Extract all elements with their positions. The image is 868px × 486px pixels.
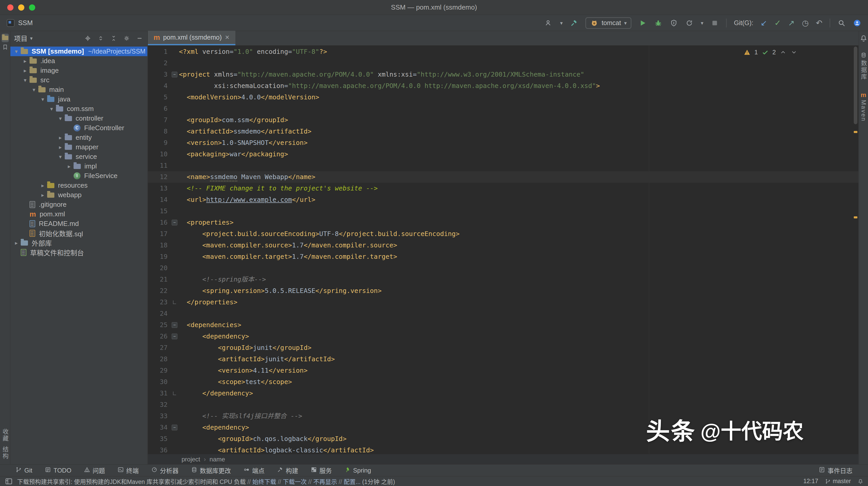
notifications-bell-icon[interactable] — [860, 34, 868, 42]
tree-item-com.ssm[interactable]: ▾com.ssm — [10, 104, 147, 114]
line-number[interactable]: 6 — [148, 103, 170, 115]
tab-close-icon[interactable]: ✕ — [225, 34, 229, 41]
toolwindow-button-git[interactable]: Git — [16, 466, 32, 474]
code-text[interactable]: </properties> — [179, 297, 238, 308]
code-text[interactable]: <artifactId>ssmdemo</artifactId> — [179, 126, 312, 137]
line-number[interactable]: 1 — [148, 46, 170, 58]
toolwindow-button-problems[interactable]: 问题 — [84, 466, 105, 475]
build-hammer-icon[interactable] — [570, 19, 578, 27]
coverage-button[interactable] — [670, 19, 678, 27]
code-line-27[interactable]: 27 <groupId>junit</groupId> — [148, 342, 859, 354]
code-line-21[interactable]: 21 <!--spring版本--> — [148, 274, 859, 285]
code-text[interactable]: <project.build.sourceEncoding>UTF-8</pro… — [179, 228, 460, 240]
fold-marker[interactable]: − — [170, 333, 179, 339]
code-line-6[interactable]: 6 — [148, 103, 859, 115]
line-number[interactable]: 27 — [148, 342, 170, 354]
stripe-maven-button[interactable]: m Maven — [860, 90, 867, 124]
code-line-12[interactable]: 12 <name>ssmdemo Maven Webapp</name> — [148, 171, 859, 183]
tree-item-pom.xml[interactable]: mpom.xml — [10, 209, 147, 219]
tree-item-FileService[interactable]: IFileService — [10, 171, 147, 181]
tree-item-SSM-ssmdemo[interactable]: ▾SSM [ssmdemo]~/IdeaProjects/SSM — [10, 46, 147, 56]
line-number[interactable]: 4 — [148, 80, 170, 92]
collapse-all-icon[interactable] — [110, 34, 118, 42]
tree-item-service[interactable]: ▾service — [10, 152, 147, 161]
status-action-link[interactable]: 下载一次 — [283, 479, 307, 485]
tree-item-main[interactable]: ▾main — [10, 85, 147, 94]
code-text[interactable]: <scope>test</scope> — [179, 376, 292, 388]
line-number[interactable]: 5 — [148, 92, 170, 103]
run-button[interactable] — [639, 19, 647, 27]
code-text[interactable]: <spring.version>5.0.5.RELEASE</spring.ve… — [179, 285, 382, 297]
code-line-10[interactable]: 10 <packaging>war</packaging> — [148, 149, 859, 160]
code-line-17[interactable]: 17 <project.build.sourceEncoding>UTF-8</… — [148, 228, 859, 240]
tree-item-row-20[interactable]: ▸外部库 — [10, 238, 147, 248]
toolwindow-button-profiler[interactable]: 分析器 — [151, 466, 179, 475]
stripe-favorites-button[interactable]: 收藏 — [0, 426, 10, 444]
line-number[interactable]: 26 — [148, 331, 170, 342]
code-line-28[interactable]: 28 <artifactId>junit</artifactId> — [148, 354, 859, 365]
code-editor[interactable]: 1<?xml version="1.0" encoding="UTF-8"?>2… — [148, 45, 859, 454]
tree-item-.idea[interactable]: ▸.idea — [10, 56, 147, 66]
code-line-14[interactable]: 14 <url>http://www.example.com</url> — [148, 194, 859, 205]
toolwindow-button-event-log[interactable]: 事件日志 — [819, 466, 852, 475]
code-text[interactable]: <groupId>ch.qos.logback</groupId> — [179, 433, 346, 445]
line-number[interactable]: 10 — [148, 149, 170, 160]
chevron-down-icon[interactable]: ▾ — [30, 87, 38, 93]
fold-marker[interactable] — [170, 392, 179, 395]
code-text[interactable]: <dependency> — [179, 331, 249, 342]
toolwindow-button-terminal[interactable]: 终端 — [118, 466, 139, 475]
hide-panel-icon[interactable] — [135, 34, 144, 42]
code-line-13[interactable]: 13 <!-- FIXME change it to the project's… — [148, 183, 859, 194]
code-line-20[interactable]: 20 — [148, 262, 859, 274]
tree-item-.sql[interactable]: 初始化数据.sql — [10, 228, 147, 238]
tree-item-.gitignore[interactable]: .gitignore — [10, 200, 147, 209]
fold-marker[interactable] — [170, 300, 179, 304]
line-number[interactable]: 9 — [148, 137, 170, 149]
code-text[interactable]: </dependency> — [179, 388, 253, 399]
code-line-34[interactable]: 34− <dependency> — [148, 422, 859, 433]
stripe-database-button[interactable]: 数据库 — [859, 50, 868, 82]
zoom-window-button[interactable] — [29, 4, 35, 11]
code-line-30[interactable]: 30 <scope>test</scope> — [148, 376, 859, 388]
code-line-15[interactable]: 15 — [148, 205, 859, 217]
tree-item-webapp[interactable]: ▸webapp — [10, 190, 147, 200]
line-number[interactable]: 20 — [148, 262, 170, 274]
code-line-18[interactable]: 18 <maven.compiler.source>1.7</maven.com… — [148, 240, 859, 251]
line-number[interactable]: 36 — [148, 445, 170, 454]
git-history-icon[interactable]: ◷ — [802, 19, 809, 27]
code-line-26[interactable]: 26− <dependency> — [148, 331, 859, 342]
line-number[interactable]: 30 — [148, 376, 170, 388]
chevron-right-icon[interactable]: ▸ — [21, 68, 29, 74]
breadcrumb-project[interactable]: project — [182, 456, 200, 463]
line-number[interactable]: 22 — [148, 285, 170, 297]
tree-item-README.md[interactable]: README.md — [10, 219, 147, 228]
code-text[interactable]: <?xml version="1.0" encoding="UTF-8"?> — [179, 46, 327, 58]
tree-item-java[interactable]: ▾java — [10, 94, 147, 104]
code-line-5[interactable]: 5 <modelVersion>4.0.0</modelVersion> — [148, 92, 859, 103]
line-number[interactable]: 2 — [148, 58, 170, 69]
code-text[interactable]: xsi:schemaLocation="http://maven.apache.… — [179, 80, 600, 92]
line-number[interactable]: 21 — [148, 274, 170, 285]
line-number[interactable]: 17 — [148, 228, 170, 240]
code-text[interactable]: <version>4.11</version> — [179, 365, 308, 376]
code-text[interactable]: <version>1.0-SNAPSHOT</version> — [179, 137, 308, 149]
chevron-down-icon[interactable]: ▾ — [12, 48, 20, 55]
tree-item-image[interactable]: ▸image — [10, 66, 147, 75]
debug-button[interactable] — [654, 19, 662, 27]
search-everywhere-icon[interactable] — [837, 19, 846, 27]
git-branch-widget[interactable]: master — [825, 478, 851, 485]
line-number[interactable]: 19 — [148, 251, 170, 262]
git-update-icon[interactable]: ↙ — [761, 19, 767, 27]
toolwindow-button-todo[interactable]: TODO — [45, 466, 71, 474]
minimize-window-button[interactable] — [18, 4, 24, 11]
code-text[interactable]: <artifactId>junit</artifactId> — [179, 354, 335, 365]
prev-problem-icon[interactable] — [779, 48, 787, 56]
git-commit-icon[interactable]: ✓ — [774, 19, 781, 27]
line-number[interactable]: 3 — [148, 69, 170, 80]
code-line-23[interactable]: 23 </properties> — [148, 297, 859, 308]
code-text[interactable]: <name>ssmdemo Maven Webapp</name> — [179, 171, 315, 183]
code-line-2[interactable]: 2 — [148, 58, 859, 69]
line-number[interactable]: 23 — [148, 297, 170, 308]
code-text[interactable]: <project xmlns="http://maven.apache.org/… — [179, 69, 584, 80]
stop-button[interactable] — [711, 19, 719, 27]
